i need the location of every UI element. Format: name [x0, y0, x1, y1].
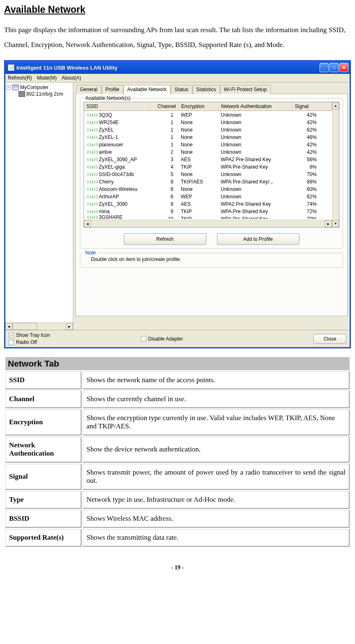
- network-row[interactable]: ((ı))Cherry6TKIP/AESWPA Pre-Shared Key/.…: [84, 178, 332, 186]
- network-row[interactable]: ((ı))ZyXEL1NoneUnknown62%: [84, 126, 332, 134]
- list-vscrollbar[interactable]: ▲ ▼: [332, 102, 339, 227]
- definition-row: SignalShows transmit power, the amount o…: [5, 464, 350, 490]
- maximize-button[interactable]: □: [329, 63, 339, 72]
- definitions-table: Network Tab SSIDShows the network name o…: [4, 356, 351, 548]
- network-row[interactable]: ((ı))planexuser1NoneUnknown42%: [84, 141, 332, 148]
- tree-scrollbar[interactable]: ◄ ►: [5, 322, 73, 330]
- signal-cell: 46%: [293, 134, 318, 141]
- encryption-cell: WEP: [179, 193, 219, 200]
- close-button[interactable]: Close: [313, 334, 346, 344]
- encryption-cell: TKIP: [179, 215, 219, 219]
- auth-cell: Unknown: [219, 111, 293, 119]
- show-tray-checkbox[interactable]: ✓ Show Tray Icon: [9, 332, 50, 338]
- ssid-cell: ArthurAP: [99, 193, 119, 200]
- scroll-thumb[interactable]: [12, 323, 37, 330]
- list-scroll-right-icon[interactable]: ►: [325, 220, 332, 227]
- col-channel[interactable]: Channel: [149, 102, 179, 110]
- network-row[interactable]: ((ı))ZyXEL_3090_AP3AESWPA2 Pre-Shared Ke…: [84, 156, 332, 163]
- auth-cell: Unknown: [219, 186, 293, 193]
- scroll-left-icon[interactable]: ◄: [5, 323, 12, 330]
- network-row[interactable]: ((ı))ZyXEL_30908AESWPA2 Pre-Shared Key74…: [84, 200, 332, 208]
- ssid-cell: ZyXEL: [99, 126, 114, 134]
- network-list: SSID Channel Encryption Network Authenti…: [84, 102, 339, 228]
- channel-cell: 10: [149, 215, 179, 219]
- menu-refresh[interactable]: Refresh(R): [8, 75, 32, 81]
- minimize-button[interactable]: _: [320, 63, 329, 72]
- network-row[interactable]: ((ı))ZyXEL-giga4TKIPWPA Pre-Shared Key8%: [84, 163, 332, 171]
- definition-label: Type: [5, 491, 82, 509]
- network-row[interactable]: ((ı))SSID-00c473db5NoneUnknown70%: [84, 171, 332, 178]
- network-row[interactable]: ((ı))mina9TKIPWPA Pre-Shared Key72%: [84, 208, 332, 215]
- ssid-cell: WR254E: [99, 119, 119, 126]
- tree-root[interactable]: − MyComputer: [6, 84, 72, 91]
- ssid-cell: mina: [99, 208, 110, 215]
- computer-icon: [12, 85, 19, 90]
- menu-mode[interactable]: Mode(M): [37, 75, 57, 81]
- channel-cell: 6: [149, 186, 179, 193]
- network-row[interactable]: ((ı))3Q3Q1WEPUnknown42%: [84, 111, 332, 119]
- network-row[interactable]: ((ı))3GSHARE10TKIPWPA Pre-Shared Key70%: [84, 215, 332, 219]
- definition-row: ChannelShows the currently channel in us…: [5, 390, 350, 408]
- radio-off-checkbox[interactable]: Radio Off: [9, 339, 50, 345]
- tab-available-network[interactable]: Available Network: [124, 85, 170, 94]
- ssid-cell: Abocom-Wireless: [99, 186, 138, 193]
- tab-status[interactable]: Status: [171, 85, 192, 94]
- tab-general[interactable]: General: [76, 85, 101, 94]
- network-row[interactable]: ((ı))ArthurAP6WEPUnknown62%: [84, 193, 332, 200]
- signal-icon: ((ı)): [87, 119, 98, 126]
- add-to-profile-button[interactable]: Add to Profile: [217, 233, 299, 245]
- signal-icon: ((ı)): [87, 193, 98, 200]
- definition-desc: Shows the encryption type currently in u…: [83, 409, 350, 435]
- tab-wps[interactable]: Wi-Fi Protect Setup: [220, 85, 271, 94]
- signal-icon: ((ı)): [87, 200, 98, 208]
- scroll-right-icon[interactable]: ►: [66, 323, 73, 330]
- list-scroll-up-icon[interactable]: ▲: [332, 102, 339, 109]
- signal-icon: ((ı)): [87, 111, 98, 119]
- tab-statistics[interactable]: Statistics: [193, 85, 220, 94]
- encryption-cell: None: [179, 148, 219, 156]
- signal-cell: 42%: [293, 141, 318, 148]
- col-encryption[interactable]: Encryption: [179, 102, 219, 110]
- signal-cell: 72%: [293, 208, 318, 215]
- definition-desc: Show the device network authentication.: [83, 437, 350, 463]
- list-scroll-down-icon[interactable]: ▼: [332, 220, 339, 227]
- checkbox-unchecked-icon: [9, 340, 14, 345]
- close-window-button[interactable]: ✕: [339, 63, 348, 72]
- network-row[interactable]: ((ı))Abocom-Wireless6NoneUnknown60%: [84, 186, 332, 193]
- encryption-cell: None: [179, 171, 219, 178]
- network-row[interactable]: ((ı))airlive2NoneUnknown42%: [84, 148, 332, 156]
- tree-child[interactable]: 802.11n/b/g 2cm: [19, 91, 72, 97]
- col-auth[interactable]: Network Authentication: [219, 102, 292, 110]
- tree-collapse-icon[interactable]: −: [6, 85, 11, 90]
- definition-desc: Shows the network name of the access poi…: [83, 371, 350, 389]
- encryption-cell: TKIP: [179, 208, 219, 215]
- signal-icon: ((ı)): [87, 156, 98, 163]
- available-networks-group: Available Network(s) SSID Channel Encryp…: [80, 98, 343, 249]
- app-icon: ⬜: [8, 64, 14, 71]
- col-signal[interactable]: Signal: [292, 102, 332, 110]
- menu-about[interactable]: About(A): [62, 75, 81, 81]
- signal-cell: 62%: [293, 193, 318, 200]
- list-header: SSID Channel Encryption Network Authenti…: [84, 102, 332, 111]
- definition-row: Network AuthenticationShow the device ne…: [5, 437, 350, 463]
- channel-cell: 6: [149, 193, 179, 200]
- definition-row: SSIDShows the network name of the access…: [5, 371, 350, 389]
- window-title: Intelligent 11n USB Wireless LAN Utility: [16, 65, 320, 71]
- network-row[interactable]: ((ı))ZyXEL-11NoneUnknown46%: [84, 134, 332, 141]
- channel-cell: 9: [149, 208, 179, 215]
- refresh-button[interactable]: Refresh: [124, 233, 206, 245]
- ssid-cell: SSID-00c473db: [99, 171, 134, 178]
- channel-cell: 2: [149, 148, 179, 156]
- col-ssid[interactable]: SSID: [84, 102, 149, 110]
- channel-cell: 1: [149, 119, 179, 126]
- ssid-cell: ZyXEL_3090: [99, 200, 127, 208]
- list-scroll-left-icon[interactable]: ◄: [84, 220, 91, 227]
- channel-cell: 1: [149, 126, 179, 134]
- auth-cell: WPA2 Pre-Shared Key: [219, 200, 293, 208]
- network-row[interactable]: ((ı))WR254E1NoneUnknown42%: [84, 119, 332, 126]
- list-hscrollbar[interactable]: ◄ ►: [84, 220, 332, 227]
- tab-profile[interactable]: Profile: [102, 85, 123, 94]
- disable-adapter-checkbox[interactable]: Disable Adapter: [141, 336, 183, 342]
- encryption-cell: None: [179, 141, 219, 148]
- definition-desc: Shows the transmitting data rate.: [83, 529, 350, 547]
